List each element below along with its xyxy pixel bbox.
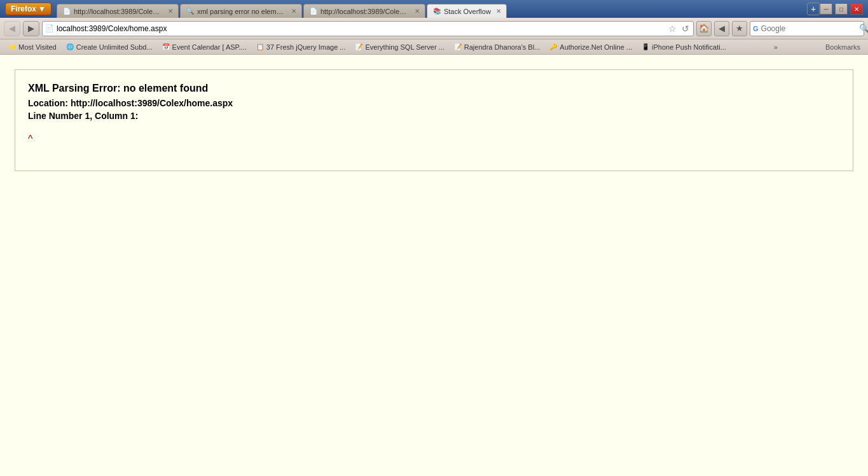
bookmark-item[interactable]: 📅Event Calendar [ ASP.... [158, 41, 251, 53]
home-button[interactable]: 🏠 [696, 21, 712, 36]
address-favicon: 📄 [45, 24, 54, 32]
bookmark-label: Authorize.Net Online ... [560, 43, 632, 51]
tab-favicon: 📄 [309, 7, 318, 16]
tab-favicon: 🔍 [186, 7, 195, 16]
bookmarks-overflow-button[interactable]: » [771, 42, 780, 52]
forward-button[interactable]: ▶ [23, 21, 39, 36]
history-button[interactable]: ◀ [714, 21, 729, 36]
bookmarks-bar: ⭐Most Visited🌐Create Unlimited Subd...📅E… [0, 39, 868, 55]
bookmark-item[interactable]: 🌐Create Unlimited Subd... [62, 41, 156, 53]
maximize-button[interactable]: □ [835, 3, 848, 15]
error-title: XML Parsing Error: no element found [28, 83, 840, 94]
bookmark-label: Rajendra Dhanora's Bl... [464, 43, 541, 51]
location-url: http://localhost:3989/Colex/home.aspx [71, 98, 233, 108]
firefox-menu-button[interactable]: Firefox ▼ [5, 3, 52, 15]
title-bar-left: Firefox ▼ [5, 3, 52, 15]
error-line: Line Number 1, Column 1: [28, 111, 840, 121]
location-label: Location: [28, 98, 68, 108]
bookmark-item[interactable]: 📝Rajendra Dhanora's Bl... [450, 41, 544, 53]
tab-close-button[interactable]: ✕ [291, 8, 296, 15]
bookmarks-label[interactable]: Bookmarks [822, 42, 864, 52]
bookmark-item[interactable]: 📋37 Fresh jQuery Image ... [252, 41, 350, 53]
tab-close-button[interactable]: ✕ [168, 8, 173, 15]
google-search-icon: G [753, 25, 759, 32]
title-bar: Firefox ▼ 📄http://localhost:3989/Colex/h… [0, 0, 868, 18]
close-button[interactable]: ✕ [850, 3, 863, 15]
navigation-bar: ◀ ▶ 📄 ☆ ↺ 🏠 ◀ ★ G 🔍 [0, 18, 868, 39]
bookmark-item[interactable]: 📝Everything SQL Server ... [350, 41, 448, 53]
tab-tab3[interactable]: 📄http://localhost:3989/Colex/home.aspx✕ [303, 4, 425, 18]
bookmark-item[interactable]: ⭐Most Visited [4, 41, 60, 53]
minimize-button[interactable]: ─ [820, 3, 832, 15]
tab-close-button[interactable]: ✕ [496, 8, 501, 15]
firefox-dropdown-arrow: ▼ [38, 4, 46, 13]
tab-close-button[interactable]: ✕ [415, 8, 420, 15]
tab-label: http://localhost:3989/Colex/home.aspx [74, 8, 163, 15]
bookmark-item[interactable]: 📱iPhone Push Notificati... [637, 41, 730, 53]
tab-label: Stack Overflow [444, 8, 491, 15]
window-controls: ─ □ ✕ [820, 3, 863, 15]
new-tab-button[interactable]: + [807, 3, 820, 15]
bookmark-label: Everything SQL Server ... [365, 43, 444, 51]
error-location: Location: http://localhost:3989/Colex/ho… [28, 98, 840, 108]
reload-button[interactable]: ↺ [680, 24, 691, 34]
bookmark-star-button[interactable]: ☆ [667, 24, 678, 34]
bookmark-favicon: 📅 [162, 43, 170, 52]
address-bar: 📄 ☆ ↺ [42, 21, 694, 36]
tab-favicon: 📚 [432, 7, 441, 16]
bookmark-favicon: 📱 [641, 43, 650, 52]
bookmark-favicon: 🌐 [65, 43, 74, 52]
tab-tab1[interactable]: 📄http://localhost:3989/Colex/home.aspx✕ [57, 4, 179, 18]
search-bar: G 🔍 [750, 21, 864, 36]
main-content: XML Parsing Error: no element found Loca… [0, 55, 868, 476]
tab-label: http://localhost:3989/Colex/home.aspx [320, 8, 410, 15]
tab-label: xml parsing error no element found - ... [197, 8, 286, 15]
firefox-label: Firefox [11, 4, 36, 13]
bookmark-item[interactable]: 🔑Authorize.Net Online ... [545, 41, 636, 53]
error-caret: ^ [28, 134, 840, 145]
tab-bar: 📄http://localhost:3989/Colex/home.aspx✕🔍… [57, 0, 807, 18]
address-input[interactable] [57, 24, 665, 33]
bookmark-favicon: 📝 [453, 43, 462, 52]
tab-tab2[interactable]: 🔍xml parsing error no element found - ..… [180, 4, 302, 18]
bookmark-favicon: ⭐ [8, 43, 17, 52]
bookmark-label: Create Unlimited Subd... [76, 43, 153, 51]
search-input[interactable] [761, 24, 857, 33]
tab-favicon: 📄 [62, 7, 71, 16]
bookmark-favicon: 🔑 [549, 43, 558, 52]
bookmark-label: 37 Fresh jQuery Image ... [266, 43, 346, 51]
error-box: XML Parsing Error: no element found Loca… [15, 69, 853, 171]
bookmark-button[interactable]: ★ [732, 21, 747, 36]
back-button[interactable]: ◀ [4, 21, 20, 36]
bookmark-label: Event Calendar [ ASP.... [172, 43, 247, 51]
tab-tab4[interactable]: 📚Stack Overflow✕ [427, 4, 507, 18]
search-go-button[interactable]: 🔍 [859, 24, 868, 33]
bookmark-favicon: 📋 [256, 43, 265, 52]
bookmark-favicon: 📝 [354, 43, 363, 52]
bookmark-label: Most Visited [18, 43, 57, 51]
bookmark-label: iPhone Push Notificati... [652, 43, 726, 51]
